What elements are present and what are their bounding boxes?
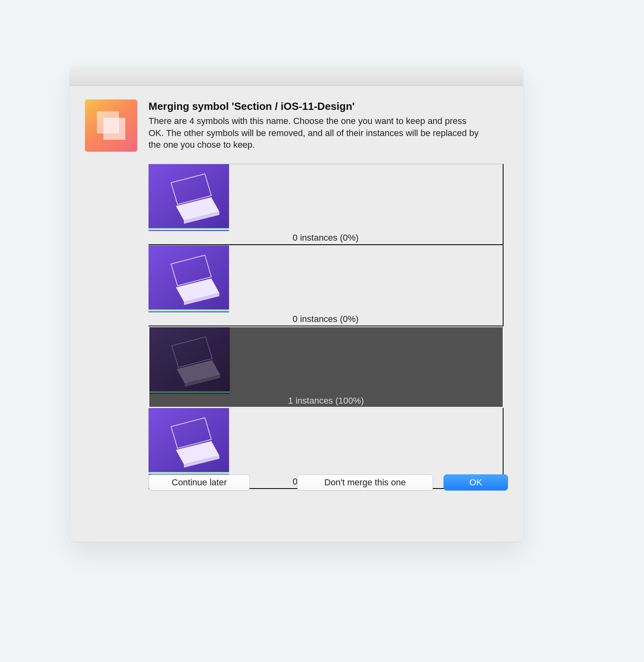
merge-dialog: Merging symbol 'Section / iOS-11-Design'… <box>70 67 523 542</box>
merge-icon <box>103 118 125 140</box>
option-label: 0 instances (0%) <box>149 314 503 324</box>
dont-merge-button[interactable]: Don't merge this one <box>297 474 433 491</box>
option-label: 1 instances (100%) <box>149 396 503 406</box>
option-row[interactable]: 0 instances (0%) <box>149 245 504 326</box>
continue-later-button[interactable]: Continue later <box>149 474 250 491</box>
ok-button[interactable]: OK <box>444 474 508 491</box>
options-list: 0 instances (0%) 0 instances (0%) <box>149 164 504 489</box>
laptop-icon <box>149 327 230 394</box>
dialog-titlebar <box>70 67 523 86</box>
dialog-header: Merging symbol 'Section / iOS-11-Design'… <box>85 99 508 152</box>
dialog-title: Merging symbol 'Section / iOS-11-Design' <box>149 100 508 113</box>
svg-rect-16 <box>149 472 229 474</box>
laptop-icon <box>149 408 229 475</box>
svg-rect-11 <box>149 391 230 393</box>
dialog-buttons: Continue later Don't merge this one OK <box>85 474 508 491</box>
option-label: 0 instances (0%) <box>149 233 503 243</box>
option-row[interactable]: 1 instances (100%) <box>149 326 504 408</box>
svg-rect-1 <box>149 228 229 230</box>
dialog-description: There are 4 symbols with this name. Choo… <box>149 115 483 151</box>
svg-rect-6 <box>149 309 229 311</box>
laptop-icon <box>149 245 229 312</box>
dialog-content: Merging symbol 'Section / iOS-11-Design'… <box>70 86 523 504</box>
laptop-icon <box>149 164 229 231</box>
option-row[interactable]: 0 instances (0%) <box>149 164 504 245</box>
app-icon <box>85 99 137 152</box>
